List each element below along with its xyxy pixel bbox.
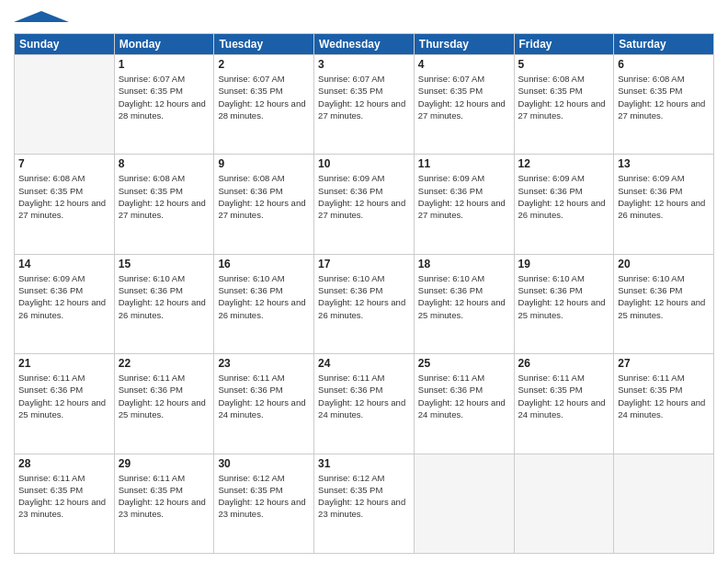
calendar-week-3: 21Sunrise: 6:11 AMSunset: 6:36 PMDayligh…	[15, 354, 714, 454]
day-number: 23	[218, 357, 310, 370]
day-number: 6	[618, 58, 710, 71]
day-number: 1	[119, 58, 210, 71]
day-info: Sunrise: 6:08 AMSunset: 6:35 PMDaylight:…	[119, 172, 210, 221]
day-number: 15	[119, 258, 210, 270]
calendar-header-friday: Friday	[514, 34, 614, 55]
day-info: Sunrise: 6:10 AMSunset: 6:36 PMDaylight:…	[618, 272, 710, 321]
day-number: 21	[18, 357, 110, 370]
day-number: 12	[518, 157, 610, 170]
day-number: 10	[318, 157, 410, 170]
day-number: 8	[119, 157, 210, 170]
logo-icon	[14, 11, 69, 22]
day-number: 11	[418, 157, 510, 170]
calendar-cell: 4Sunrise: 6:07 AMSunset: 6:35 PMDaylight…	[414, 55, 514, 155]
day-info: Sunrise: 6:08 AMSunset: 6:35 PMDaylight:…	[618, 73, 710, 121]
svg-marker-0	[14, 11, 69, 22]
calendar-week-4: 28Sunrise: 6:11 AMSunset: 6:35 PMDayligh…	[15, 454, 714, 553]
day-info: Sunrise: 6:10 AMSunset: 6:36 PMDaylight:…	[418, 272, 510, 321]
calendar-week-0: 1Sunrise: 6:07 AMSunset: 6:35 PMDaylight…	[15, 55, 714, 155]
calendar-cell	[514, 454, 614, 553]
day-info: Sunrise: 6:08 AMSunset: 6:36 PMDaylight:…	[218, 172, 310, 221]
calendar-header-thursday: Thursday	[414, 34, 514, 55]
calendar-week-2: 14Sunrise: 6:09 AMSunset: 6:36 PMDayligh…	[15, 254, 714, 353]
day-info: Sunrise: 6:08 AMSunset: 6:35 PMDaylight:…	[18, 172, 110, 221]
day-info: Sunrise: 6:07 AMSunset: 6:35 PMDaylight:…	[119, 73, 210, 121]
calendar-cell: 16Sunrise: 6:10 AMSunset: 6:36 PMDayligh…	[214, 254, 314, 353]
calendar-header-saturday: Saturday	[614, 34, 714, 55]
day-info: Sunrise: 6:09 AMSunset: 6:36 PMDaylight:…	[18, 272, 110, 321]
day-info: Sunrise: 6:09 AMSunset: 6:36 PMDaylight:…	[418, 172, 510, 221]
day-number: 3	[318, 58, 410, 71]
day-info: Sunrise: 6:07 AMSunset: 6:35 PMDaylight:…	[418, 73, 510, 121]
day-number: 20	[618, 258, 710, 270]
calendar-cell: 13Sunrise: 6:09 AMSunset: 6:36 PMDayligh…	[614, 155, 714, 254]
day-number: 14	[18, 258, 110, 270]
calendar-cell: 26Sunrise: 6:11 AMSunset: 6:35 PMDayligh…	[514, 354, 614, 454]
day-number: 28	[18, 457, 110, 470]
calendar-header-monday: Monday	[114, 34, 214, 55]
day-info: Sunrise: 6:11 AMSunset: 6:35 PMDaylight:…	[518, 372, 610, 420]
calendar-cell: 19Sunrise: 6:10 AMSunset: 6:36 PMDayligh…	[514, 254, 614, 353]
calendar-cell: 23Sunrise: 6:11 AMSunset: 6:36 PMDayligh…	[214, 354, 314, 454]
calendar-cell: 20Sunrise: 6:10 AMSunset: 6:36 PMDayligh…	[614, 254, 714, 353]
calendar-cell: 1Sunrise: 6:07 AMSunset: 6:35 PMDaylight…	[114, 55, 214, 155]
calendar-week-1: 7Sunrise: 6:08 AMSunset: 6:35 PMDaylight…	[15, 155, 714, 254]
calendar-cell	[15, 55, 115, 155]
calendar-cell	[614, 454, 714, 553]
calendar-cell: 7Sunrise: 6:08 AMSunset: 6:35 PMDaylight…	[15, 155, 115, 254]
day-number: 16	[218, 258, 310, 270]
day-info: Sunrise: 6:11 AMSunset: 6:36 PMDaylight:…	[119, 372, 210, 420]
calendar-header-row: SundayMondayTuesdayWednesdayThursdayFrid…	[15, 34, 714, 55]
day-number: 17	[318, 258, 410, 270]
day-number: 24	[318, 357, 410, 370]
day-number: 29	[119, 457, 210, 470]
calendar-cell: 8Sunrise: 6:08 AMSunset: 6:35 PMDaylight…	[114, 155, 214, 254]
day-number: 26	[518, 357, 610, 370]
day-number: 19	[518, 258, 610, 270]
day-number: 30	[218, 457, 310, 470]
day-info: Sunrise: 6:08 AMSunset: 6:35 PMDaylight:…	[518, 73, 610, 121]
day-number: 31	[318, 457, 410, 470]
day-info: Sunrise: 6:11 AMSunset: 6:35 PMDaylight:…	[618, 372, 710, 420]
page: SundayMondayTuesdayWednesdayThursdayFrid…	[0, 0, 728, 563]
calendar-cell: 2Sunrise: 6:07 AMSunset: 6:35 PMDaylight…	[214, 55, 314, 155]
day-info: Sunrise: 6:09 AMSunset: 6:36 PMDaylight:…	[518, 172, 610, 221]
day-number: 13	[618, 157, 710, 170]
calendar-cell: 10Sunrise: 6:09 AMSunset: 6:36 PMDayligh…	[314, 155, 415, 254]
calendar-cell: 30Sunrise: 6:12 AMSunset: 6:35 PMDayligh…	[214, 454, 314, 553]
header	[14, 9, 714, 26]
calendar-header-tuesday: Tuesday	[214, 34, 314, 55]
logo	[14, 9, 69, 26]
day-info: Sunrise: 6:12 AMSunset: 6:35 PMDaylight:…	[218, 472, 310, 521]
day-number: 18	[418, 258, 510, 270]
calendar-cell: 25Sunrise: 6:11 AMSunset: 6:36 PMDayligh…	[414, 354, 514, 454]
calendar-cell: 28Sunrise: 6:11 AMSunset: 6:35 PMDayligh…	[15, 454, 115, 553]
day-info: Sunrise: 6:11 AMSunset: 6:35 PMDaylight:…	[18, 472, 110, 521]
day-info: Sunrise: 6:10 AMSunset: 6:36 PMDaylight:…	[119, 272, 210, 321]
calendar-cell: 27Sunrise: 6:11 AMSunset: 6:35 PMDayligh…	[614, 354, 714, 454]
calendar-cell	[414, 454, 514, 553]
calendar-cell: 5Sunrise: 6:08 AMSunset: 6:35 PMDaylight…	[514, 55, 614, 155]
day-number: 2	[218, 58, 310, 71]
day-number: 9	[218, 157, 310, 170]
calendar-cell: 11Sunrise: 6:09 AMSunset: 6:36 PMDayligh…	[414, 155, 514, 254]
calendar-cell: 21Sunrise: 6:11 AMSunset: 6:36 PMDayligh…	[15, 354, 115, 454]
day-number: 4	[418, 58, 510, 71]
day-info: Sunrise: 6:11 AMSunset: 6:36 PMDaylight:…	[218, 372, 310, 420]
day-number: 5	[518, 58, 610, 71]
day-number: 25	[418, 357, 510, 370]
day-info: Sunrise: 6:11 AMSunset: 6:36 PMDaylight:…	[418, 372, 510, 420]
day-info: Sunrise: 6:12 AMSunset: 6:35 PMDaylight:…	[318, 472, 410, 521]
calendar-cell: 17Sunrise: 6:10 AMSunset: 6:36 PMDayligh…	[314, 254, 415, 353]
day-info: Sunrise: 6:10 AMSunset: 6:36 PMDaylight:…	[318, 272, 410, 321]
calendar-cell: 9Sunrise: 6:08 AMSunset: 6:36 PMDaylight…	[214, 155, 314, 254]
calendar-cell: 12Sunrise: 6:09 AMSunset: 6:36 PMDayligh…	[514, 155, 614, 254]
calendar-cell: 18Sunrise: 6:10 AMSunset: 6:36 PMDayligh…	[414, 254, 514, 353]
day-info: Sunrise: 6:09 AMSunset: 6:36 PMDaylight:…	[618, 172, 710, 221]
day-number: 22	[119, 357, 210, 370]
calendar-table: SundayMondayTuesdayWednesdayThursdayFrid…	[14, 33, 714, 554]
day-info: Sunrise: 6:10 AMSunset: 6:36 PMDaylight:…	[218, 272, 310, 321]
calendar-cell: 6Sunrise: 6:08 AMSunset: 6:35 PMDaylight…	[614, 55, 714, 155]
calendar-cell: 15Sunrise: 6:10 AMSunset: 6:36 PMDayligh…	[114, 254, 214, 353]
day-info: Sunrise: 6:07 AMSunset: 6:35 PMDaylight:…	[318, 73, 410, 121]
